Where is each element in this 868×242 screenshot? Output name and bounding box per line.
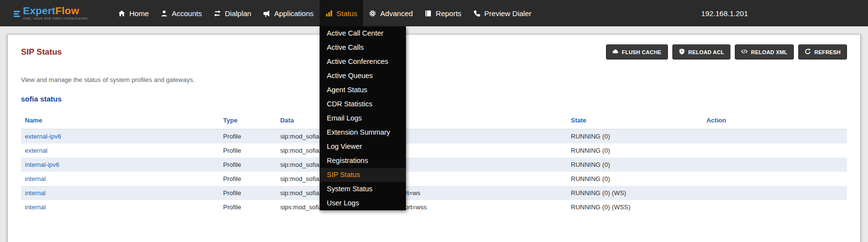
user-icon xyxy=(161,10,168,17)
refresh-button[interactable]: REFRESH xyxy=(798,44,847,60)
name-cell: external-ipv6 xyxy=(21,129,219,144)
action-cell xyxy=(703,143,847,158)
book-icon xyxy=(424,10,432,17)
nav-item-home[interactable]: Home xyxy=(112,0,155,26)
dropdown-item-active-conferences[interactable]: Active Conferences xyxy=(320,55,406,69)
name-cell: external xyxy=(21,143,219,158)
nav-item-accounts[interactable]: Accounts xyxy=(155,0,208,26)
profile-link[interactable]: internal-ipv6 xyxy=(25,161,60,168)
dropdown-item-active-call-center[interactable]: Active Call Center xyxy=(320,26,406,40)
table-row: internalProfilesips:mod_sofia@192.168.1.… xyxy=(21,200,847,214)
name-cell: internal xyxy=(21,186,219,200)
brand-name: ExpertFlow xyxy=(23,6,88,16)
refresh-icon xyxy=(805,48,811,56)
profile-link[interactable]: internal xyxy=(25,203,46,211)
action-cell xyxy=(703,172,847,186)
action-cell xyxy=(703,186,847,200)
state-cell: RUNNING (0) xyxy=(567,158,703,172)
dropdown-item-agent-status[interactable]: Agent Status xyxy=(320,83,406,97)
state-cell: RUNNING (0) (WSS) xyxy=(567,200,703,214)
dropdown-item-email-logs[interactable]: Email Logs xyxy=(320,111,406,125)
nav-menu: Home Accounts Dialplan Applications Stat xyxy=(112,0,537,26)
profile-link[interactable]: internal xyxy=(25,175,46,182)
dropdown-item-system-status[interactable]: System Status xyxy=(320,182,406,196)
name-cell: internal-ipv6 xyxy=(21,158,219,172)
dropdown-item-active-queues[interactable]: Active Queues xyxy=(320,69,406,83)
cloud-icon xyxy=(612,48,619,56)
nav-item-preview-dialer[interactable]: Preview Dialer xyxy=(467,0,538,26)
reload-xml-button[interactable]: RELOAD XML xyxy=(735,44,794,60)
section-title: sofia status xyxy=(21,95,847,103)
action-cell xyxy=(703,158,847,172)
dropdown-item-extension-summary[interactable]: Extension Summary xyxy=(320,125,406,140)
menu-bars-icon xyxy=(14,11,20,17)
nav-item-label: Status xyxy=(337,9,358,18)
sofia-status-table: Name Type Data State Action external-ipv… xyxy=(21,112,847,214)
nav-item-dialplan[interactable]: Dialplan xyxy=(208,0,257,26)
profile-link[interactable]: internal xyxy=(25,189,46,197)
table-row: internal-ipv6Profilesip:mod_sofia@[::1]:… xyxy=(21,158,847,172)
flush-cache-button[interactable]: FLUSH CACHE xyxy=(606,44,668,60)
page-title: SIP Status xyxy=(21,47,62,57)
name-cell: internal xyxy=(21,172,219,186)
gear-icon xyxy=(369,10,376,17)
bar-chart-icon xyxy=(325,10,333,17)
table-row: externalProfilesip:mod_sofia@192.168.1.2… xyxy=(21,143,847,158)
reload-acl-button[interactable]: RELOAD ACL xyxy=(672,44,731,60)
name-cell: internal xyxy=(21,200,219,214)
dropdown-item-registrations[interactable]: Registrations xyxy=(320,154,406,168)
brand-tagline: chat, voice and video contactcenter xyxy=(23,16,88,20)
column-header-type: Type xyxy=(219,112,276,129)
type-cell: Profile xyxy=(219,158,276,172)
shield-icon xyxy=(679,48,685,56)
type-cell: Profile xyxy=(219,172,276,186)
profile-link[interactable]: external xyxy=(25,147,47,154)
table-header-row: Name Type Data State Action xyxy=(21,112,847,129)
dropdown-item-cdr-statistics[interactable]: CDR Statistics xyxy=(320,97,406,111)
bullhorn-icon xyxy=(263,10,270,17)
nav-item-label: Home xyxy=(129,9,149,18)
nav-item-label: Reports xyxy=(436,9,462,18)
state-cell: RUNNING (0) xyxy=(567,172,703,186)
nav-item-label: Advanced xyxy=(380,9,413,18)
dropdown-item-sip-status[interactable]: SIP Status xyxy=(320,168,406,182)
page-description: View and manage the status of system pro… xyxy=(21,76,847,83)
phone-icon xyxy=(473,10,481,17)
brand-text: ExpertFlow chat, voice and video contact… xyxy=(23,6,88,20)
state-cell: RUNNING (0) (WS) xyxy=(567,186,703,200)
column-header-action: Action xyxy=(703,112,847,129)
dropdown-item-active-calls[interactable]: Active Calls xyxy=(320,40,406,55)
state-cell: RUNNING (0) xyxy=(567,129,703,144)
navbar: ExpertFlow chat, voice and video contact… xyxy=(0,0,868,26)
brand-logo[interactable]: ExpertFlow chat, voice and video contact… xyxy=(14,6,100,20)
nav-item-label: Preview Dialer xyxy=(484,9,532,18)
state-cell: RUNNING (0) xyxy=(567,143,703,158)
server-address: 192.168.1.201 xyxy=(701,0,748,26)
type-cell: Profile xyxy=(219,200,276,214)
type-cell: Profile xyxy=(219,129,276,144)
action-cell xyxy=(703,200,847,214)
profile-link[interactable]: external-ipv6 xyxy=(25,133,61,140)
content-card: SIP Status FLUSH CACHE RELOAD ACL RELOAD… xyxy=(7,34,861,242)
table-row: internalProfilesip:mod_sofia@192.168.1.2… xyxy=(21,172,847,186)
home-icon xyxy=(118,10,125,17)
nav-item-label: Accounts xyxy=(172,9,202,18)
status-dropdown: Active Call CenterActive CallsActive Con… xyxy=(320,26,406,210)
table-row: internalProfilesip:mod_sofia@192.168.1.2… xyxy=(21,186,847,200)
nav-item-reports[interactable]: Reports xyxy=(419,0,467,26)
action-button-group: FLUSH CACHE RELOAD ACL RELOAD XML REFRES… xyxy=(606,44,847,60)
dropdown-item-user-logs[interactable]: User Logs xyxy=(320,196,406,210)
action-cell xyxy=(703,129,847,144)
dropdown-item-log-viewer[interactable]: Log Viewer xyxy=(320,140,406,154)
type-cell: Profile xyxy=(219,143,276,158)
exchange-icon xyxy=(214,10,221,17)
type-cell: Profile xyxy=(219,186,276,200)
column-header-name: Name xyxy=(21,112,219,129)
nav-item-advanced[interactable]: Advanced xyxy=(363,0,419,26)
page-header: SIP Status FLUSH CACHE RELOAD ACL RELOAD… xyxy=(21,44,847,60)
nav-item-applications[interactable]: Applications xyxy=(257,0,320,26)
code-icon xyxy=(741,48,747,56)
nav-item-label: Dialplan xyxy=(225,9,251,18)
nav-item-status[interactable]: Status Active Call CenterActive CallsAct… xyxy=(320,0,363,26)
table-row: external-ipv6Profilesip:mod_sofia@[::1]:… xyxy=(21,129,847,144)
